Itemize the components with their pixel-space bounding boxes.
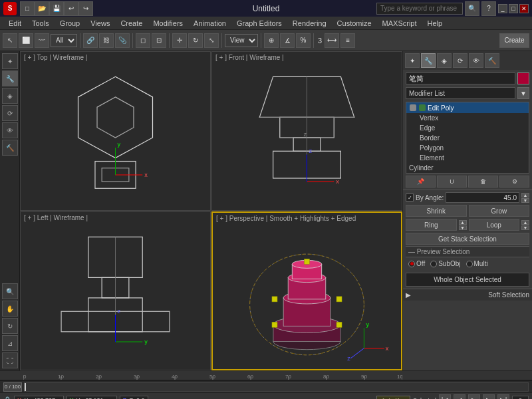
modify-tab[interactable]: 🔧: [421, 53, 436, 68]
loop-up[interactable]: ▲: [521, 220, 529, 225]
undo-icon[interactable]: ↩: [64, 1, 78, 16]
stack-item-cylinder[interactable]: Cylinder: [406, 163, 529, 173]
by-angle-up[interactable]: ▲: [521, 193, 529, 198]
hierarchy-tab[interactable]: ◈: [437, 53, 452, 68]
object-name-input[interactable]: [406, 72, 515, 84]
angle-snap-icon[interactable]: ∡: [280, 33, 295, 48]
menu-edit[interactable]: Edit: [3, 18, 27, 29]
lasso-icon[interactable]: 〰: [35, 33, 49, 48]
motion-tab[interactable]: ⟳: [453, 53, 467, 68]
timeline-bar[interactable]: [24, 382, 529, 392]
redo-icon[interactable]: ↪: [78, 1, 93, 16]
ring-down[interactable]: ▼: [459, 225, 467, 230]
new-icon[interactable]: □: [20, 1, 35, 16]
scale-icon[interactable]: ⤡: [204, 33, 219, 48]
radio-off[interactable]: Off: [408, 260, 425, 267]
modify-panel-icon[interactable]: 🔧: [2, 70, 18, 86]
x-coord-display[interactable]: X: X: -433.767m: [14, 396, 64, 400]
menu-create[interactable]: Create: [115, 18, 148, 29]
stack-item-vertex[interactable]: Vertex: [406, 113, 529, 123]
view-dropdown[interactable]: View: [225, 34, 258, 47]
grow-button[interactable]: Grow: [469, 205, 530, 217]
stack-item-element[interactable]: Element: [406, 153, 529, 163]
menu-rendering[interactable]: Rendering: [287, 18, 332, 29]
search-icon[interactable]: 🔍: [465, 1, 479, 16]
select-region-icon[interactable]: ⬜: [19, 33, 33, 48]
next-frame-button[interactable]: ▶: [483, 394, 495, 400]
utilities-panel-icon[interactable]: 🔨: [2, 140, 18, 156]
stack-item-edge[interactable]: Edge: [406, 123, 529, 133]
help-icon[interactable]: ?: [481, 1, 496, 16]
select-icon[interactable]: ↖: [3, 33, 17, 48]
orbit-icon[interactable]: ↻: [2, 318, 18, 334]
viewport-left[interactable]: [ + ] Left | Wireframe | y z: [20, 211, 211, 371]
maximize-vp-icon[interactable]: ⛶: [2, 352, 18, 368]
z-coord-display[interactable]: Z: Z: 0.0: [120, 396, 148, 400]
link-icon[interactable]: 🔗: [83, 33, 98, 48]
stack-item-border[interactable]: Border: [406, 133, 529, 143]
go-end-button[interactable]: ▶|: [497, 394, 509, 400]
radio-subobj[interactable]: SubObj: [430, 260, 460, 267]
menu-help[interactable]: Help: [422, 18, 448, 29]
align-icon[interactable]: ≡: [340, 33, 355, 48]
open-icon[interactable]: 📂: [35, 1, 49, 16]
by-angle-input[interactable]: [446, 192, 519, 203]
loop-down[interactable]: ▼: [521, 225, 529, 230]
create-tab[interactable]: ✦: [405, 53, 420, 68]
mirror-icon[interactable]: ⟷: [325, 33, 339, 48]
display-panel-icon[interactable]: 👁: [2, 122, 18, 138]
remove-modifier-button[interactable]: 🗑: [468, 176, 498, 188]
menu-graph-editors[interactable]: Graph Editors: [231, 18, 287, 29]
rotate-icon[interactable]: ↻: [188, 33, 203, 48]
select-region2-icon[interactable]: ⊡: [152, 33, 166, 48]
frame-number-input[interactable]: 0: [512, 396, 529, 400]
menu-tools[interactable]: Tools: [27, 18, 55, 29]
bind-icon[interactable]: 📎: [115, 33, 130, 48]
get-stack-selection-button[interactable]: Get Stack Selection: [406, 233, 529, 245]
stack-item-edit-poly[interactable]: Edit Poly: [406, 102, 529, 113]
shrink-button[interactable]: Shrink: [406, 205, 467, 217]
stack-item-polygon[interactable]: Polygon: [406, 143, 529, 153]
pan-icon[interactable]: ✋: [2, 301, 18, 317]
search-input[interactable]: [376, 3, 463, 15]
radio-multi[interactable]: Multi: [466, 260, 488, 267]
menu-views[interactable]: Views: [85, 18, 115, 29]
unique-button[interactable]: U: [437, 176, 467, 188]
by-angle-checkbox[interactable]: ✓: [406, 194, 414, 201]
maximize-button[interactable]: □: [509, 4, 518, 13]
by-angle-down[interactable]: ▼: [521, 198, 529, 203]
move-icon[interactable]: ✛: [172, 33, 187, 48]
menu-maxscript[interactable]: MAXScript: [377, 18, 422, 29]
modifier-list-dropdown[interactable]: ▼: [517, 87, 529, 99]
go-start-button[interactable]: |◀: [439, 394, 451, 400]
viewport-front[interactable]: [ + ] Front | Wireframe | z: [211, 51, 402, 211]
filter-dropdown[interactable]: All: [51, 34, 77, 47]
config-button[interactable]: ⚙: [499, 176, 529, 188]
hierarchy-panel-icon[interactable]: ◈: [2, 88, 18, 104]
viewport-top[interactable]: [ + ] Top | Wireframe | x y: [20, 51, 211, 211]
pin-stack-button[interactable]: 📌: [406, 176, 436, 188]
field-of-view-icon[interactable]: ⊿: [2, 335, 18, 351]
prev-frame-button[interactable]: ◀: [454, 394, 466, 400]
create-panel-icon[interactable]: ✦: [2, 53, 18, 69]
percent-snap-icon[interactable]: %: [296, 33, 311, 48]
viewport-perspective[interactable]: [ + ] Perspective | Smooth + Highlights …: [211, 211, 402, 371]
unlink-icon[interactable]: ⛓: [99, 33, 114, 48]
menu-group[interactable]: Group: [55, 18, 86, 29]
y-coord-display[interactable]: Y: Y: -67.121mm: [66, 396, 117, 400]
ring-up[interactable]: ▲: [459, 220, 467, 225]
loop-button[interactable]: Loop: [469, 219, 520, 231]
create-button[interactable]: Create: [499, 33, 529, 48]
save-icon[interactable]: 💾: [49, 1, 64, 16]
menu-modifiers[interactable]: Modifiers: [148, 18, 188, 29]
object-color-box[interactable]: [517, 72, 529, 84]
zoom-icon[interactable]: 🔍: [2, 283, 18, 299]
menu-animation[interactable]: Animation: [188, 18, 231, 29]
display-tab[interactable]: 👁: [469, 53, 483, 68]
utilities-tab[interactable]: 🔨: [485, 53, 499, 68]
minimize-button[interactable]: _: [498, 4, 507, 13]
select-obj-icon[interactable]: ◻: [136, 33, 150, 48]
menu-customize[interactable]: Customize: [332, 18, 377, 29]
play-button[interactable]: ▶: [468, 394, 480, 400]
snap-icon[interactable]: ⊕: [264, 33, 279, 48]
